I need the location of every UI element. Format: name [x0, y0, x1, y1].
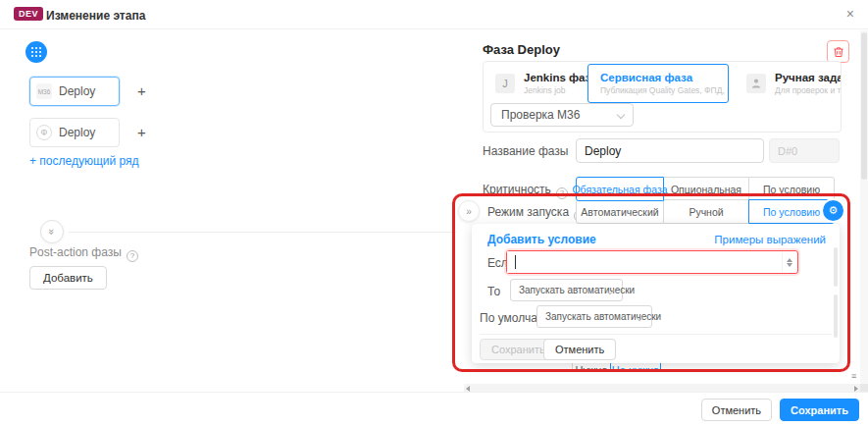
service-select[interactable]: Проверка М36: [490, 103, 634, 127]
phase-node-deploy-2[interactable]: Ф Deploy: [29, 118, 120, 147]
edit-stage-modal: DEV Изменение этапа × M36 Deploy + Ф Dep…: [0, 0, 868, 427]
spinner-up-icon[interactable]: [787, 258, 792, 262]
chevron-double-down-icon: »: [46, 229, 58, 235]
phase-circle-icon: Ф: [36, 125, 52, 140]
add-condition-link[interactable]: Добавить условие: [487, 233, 596, 246]
if-input-wrapper: [506, 250, 798, 274]
phase-type-jenkins[interactable]: J Jenkins фаза Jenkins job: [485, 64, 587, 103]
phase-type-subtitle: Публикация Quality Gates, ФПД, М36: [600, 85, 729, 95]
help-icon[interactable]: ?: [127, 250, 138, 262]
phase-node-label: Deploy: [59, 84, 95, 98]
text-cursor: [515, 255, 516, 269]
add-phase-button[interactable]: +: [137, 84, 146, 98]
criticality-option-mandatory[interactable]: Обязательная фаза: [576, 177, 664, 201]
help-icon[interactable]: ?: [556, 187, 568, 199]
modal-header: DEV Изменение этапа ×: [0, 0, 868, 29]
save-button[interactable]: Сохранить: [780, 399, 859, 421]
criticality-segmented: Обязательная фаза Опциональная По услови…: [576, 177, 835, 201]
trash-icon: [833, 46, 844, 58]
phase-type-service[interactable]: Сервисная фаза Публикация Quality Gates,…: [587, 64, 729, 103]
gear-icon[interactable]: ⚙: [823, 200, 843, 221]
footer-actions: Отменить Сохранить: [701, 399, 859, 421]
delete-phase-button[interactable]: [827, 40, 849, 63]
modal-title: Изменение этапа: [46, 9, 145, 23]
condition-cancel-button[interactable]: Отменить: [543, 339, 616, 360]
default-select[interactable]: Запускать автоматически: [536, 305, 652, 328]
vertical-scrollbar-thumb[interactable]: [861, 32, 867, 180]
person-icon: [746, 74, 766, 93]
jenkins-icon: J: [495, 74, 515, 93]
cancel-button[interactable]: Отменить: [701, 399, 772, 421]
phase-name-input[interactable]: [576, 138, 764, 163]
env-badge: DEV: [14, 7, 43, 21]
phase-type-subtitle: Для проверок и тестов: [775, 85, 841, 95]
criticality-label: Критичность?: [483, 183, 568, 199]
then-select-value: Запускать автоматически: [519, 285, 635, 295]
service-select-value: Проверка М36: [501, 108, 580, 122]
if-condition-input[interactable]: [507, 251, 772, 273]
criticality-option-conditional[interactable]: По условию: [748, 177, 835, 201]
condition-editor-popup: Добавить условие Примеры выражений Если …: [472, 224, 840, 363]
phase-node-label: Deploy: [59, 126, 95, 139]
popup-scrollbar-thumb[interactable]: [834, 294, 838, 338]
launch-option-manual[interactable]: Ручной: [663, 199, 749, 224]
spinner-down-icon[interactable]: [787, 263, 792, 267]
popup-divider: [480, 334, 832, 335]
expression-examples-link[interactable]: Примеры выражений: [714, 234, 826, 245]
launch-mode-label: Режим запуска?: [487, 205, 586, 222]
m36-icon: M36: [36, 83, 52, 99]
collapse-section-button[interactable]: »: [40, 220, 64, 243]
number-spinner: [782, 252, 796, 272]
add-next-row-link[interactable]: + последующий ряд: [29, 154, 139, 168]
launch-mode-segmented: Автоматический Ручной По условию: [576, 199, 835, 224]
phase-type-title: Jenkins фаза: [524, 72, 587, 83]
phase-name-label: Название фазы: [483, 144, 569, 158]
dots-grid-icon: [30, 46, 42, 58]
chevron-down-icon: [617, 111, 625, 119]
phase-type-title: Ручная задача: [775, 72, 841, 83]
expand-section-button[interactable]: »: [458, 200, 480, 222]
launch-option-conditional[interactable]: По условию: [748, 199, 835, 224]
phase-type-manual[interactable]: Ручная задача Для проверок и тестов: [737, 64, 841, 103]
launch-option-automatic[interactable]: Автоматический: [576, 199, 664, 224]
scroll-right-icon[interactable]: [854, 386, 858, 392]
add-post-action-button[interactable]: Добавить: [29, 266, 107, 290]
phase-node-deploy-1[interactable]: M36 Deploy: [29, 77, 120, 106]
add-phase-button[interactable]: +: [137, 126, 146, 139]
criticality-option-optional[interactable]: Опциональная: [663, 177, 749, 201]
phase-type-title: Сервисная фаза: [600, 72, 729, 83]
popup-scrollbar-thumb[interactable]: [834, 247, 838, 287]
footer-divider: [0, 392, 868, 393]
resize-grip-icon[interactable]: ≡: [851, 372, 856, 381]
post-action-label: Post-action фазы?: [29, 245, 138, 262]
panel-title: Фаза Deploy: [483, 42, 560, 57]
drag-dots-button[interactable]: [26, 41, 47, 63]
chevron-double-right-icon: »: [466, 206, 472, 217]
phase-type-subtitle: Jenkins job: [524, 85, 587, 95]
then-label: То: [487, 285, 500, 298]
phase-id-field: D#0: [769, 138, 840, 163]
then-select[interactable]: Запускать автоматически: [510, 279, 623, 301]
section-divider: [69, 232, 456, 233]
scroll-left-icon[interactable]: [466, 386, 470, 392]
close-icon[interactable]: ×: [846, 6, 854, 22]
